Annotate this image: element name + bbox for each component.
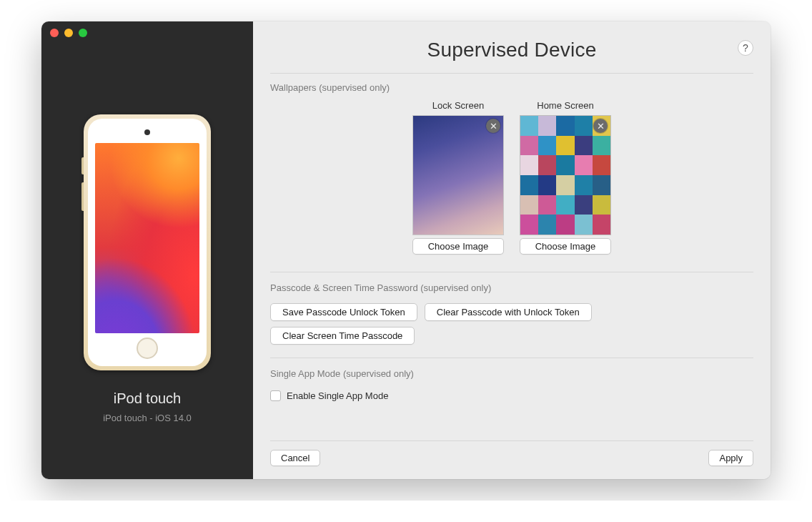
device-screen-preview [95, 143, 199, 333]
home-screen-title: Home Screen [537, 100, 593, 111]
home-tile [538, 116, 556, 136]
home-tile [556, 155, 574, 175]
choose-lock-image-button[interactable]: Choose Image [412, 238, 504, 255]
footer-bar: Cancel Apply [270, 440, 753, 466]
home-tile [556, 116, 574, 136]
enable-single-app-checkbox[interactable] [270, 390, 281, 401]
device-volume-button [81, 157, 84, 174]
close-window-button[interactable] [50, 29, 59, 37]
cancel-button[interactable]: Cancel [270, 450, 320, 466]
passcode-button-row-2: Clear Screen Time Passcode [270, 327, 753, 345]
home-tile [520, 175, 538, 195]
home-tile [538, 136, 556, 156]
divider [270, 358, 753, 358]
save-passcode-token-button[interactable]: Save Passcode Unlock Token [270, 303, 417, 321]
page-title: Supervised Device [427, 39, 597, 61]
home-tile [575, 155, 593, 175]
clear-screentime-passcode-button[interactable]: Clear Screen Time Passcode [270, 327, 415, 345]
app-window: iPod touch iPod touch - iOS 14.0 Supervi… [41, 21, 771, 479]
clear-passcode-token-button[interactable]: Clear Passcode with Unlock Token [425, 303, 592, 321]
home-tile [556, 136, 574, 156]
home-tile [520, 215, 538, 235]
home-tile [538, 195, 556, 215]
home-tile [538, 175, 556, 195]
device-subtitle: iPod touch - iOS 14.0 [103, 413, 192, 423]
home-tile [520, 116, 538, 136]
lock-screen-title: Lock Screen [432, 100, 484, 111]
device-volume-button [81, 182, 84, 211]
home-tile [593, 195, 610, 215]
close-icon: ✕ [597, 121, 605, 132]
lock-screen-thumbnail[interactable]: ✕ [412, 115, 504, 235]
remove-home-wallpaper-button[interactable]: ✕ [593, 119, 608, 133]
home-tile [538, 215, 556, 235]
divider [270, 73, 753, 74]
home-tile [538, 155, 556, 175]
apply-button[interactable]: Apply [708, 450, 753, 466]
device-body [88, 119, 207, 366]
device-sidebar: iPod touch iPod touch - iOS 14.0 [41, 21, 253, 479]
home-tile [593, 155, 610, 175]
home-tile [520, 136, 538, 156]
single-app-checkbox-row: Enable Single App Mode [270, 390, 753, 401]
minimize-window-button[interactable] [64, 29, 73, 37]
lock-screen-column: Lock Screen ✕ Choose Image [412, 100, 505, 255]
window-traffic-lights [50, 29, 87, 37]
home-tile [575, 195, 593, 215]
zoom-window-button[interactable] [79, 29, 87, 37]
home-tile [593, 215, 610, 235]
home-tile [520, 195, 538, 215]
device-name: iPod touch [114, 390, 182, 407]
single-app-section-label: Single App Mode (supervised only) [270, 368, 753, 379]
home-tile [575, 116, 593, 136]
passcode-button-row: Save Passcode Unlock Token Clear Passcod… [270, 303, 753, 321]
home-tile [575, 175, 593, 195]
home-tile [593, 136, 610, 156]
remove-lock-wallpaper-button[interactable]: ✕ [486, 119, 500, 133]
passcode-section-label: Passcode & Screen Time Password (supervi… [270, 282, 753, 293]
home-tile [520, 155, 538, 175]
device-mockup [84, 114, 211, 370]
home-tile [593, 175, 610, 195]
home-screen-column: Home Screen ✕ Choose Image [519, 100, 612, 255]
device-camera-icon [144, 129, 150, 135]
wallpapers-section-label: Wallpapers (supervised only) [270, 82, 753, 93]
close-icon: ✕ [490, 121, 497, 132]
home-screen-thumbnail[interactable]: ✕ [520, 115, 611, 235]
device-home-button-icon [137, 338, 158, 359]
home-tile [556, 175, 574, 195]
home-tile [556, 195, 574, 215]
home-tile [575, 136, 593, 156]
choose-home-image-button[interactable]: Choose Image [520, 238, 611, 255]
wallpapers-row: Lock Screen ✕ Choose Image Home Screen ✕… [270, 100, 753, 255]
enable-single-app-label: Enable Single App Mode [287, 390, 388, 401]
home-tile [556, 215, 574, 235]
home-tile [575, 215, 593, 235]
help-button[interactable]: ? [738, 40, 753, 56]
main-panel: Supervised Device ? Wallpapers (supervis… [253, 21, 771, 479]
divider [270, 272, 753, 272]
